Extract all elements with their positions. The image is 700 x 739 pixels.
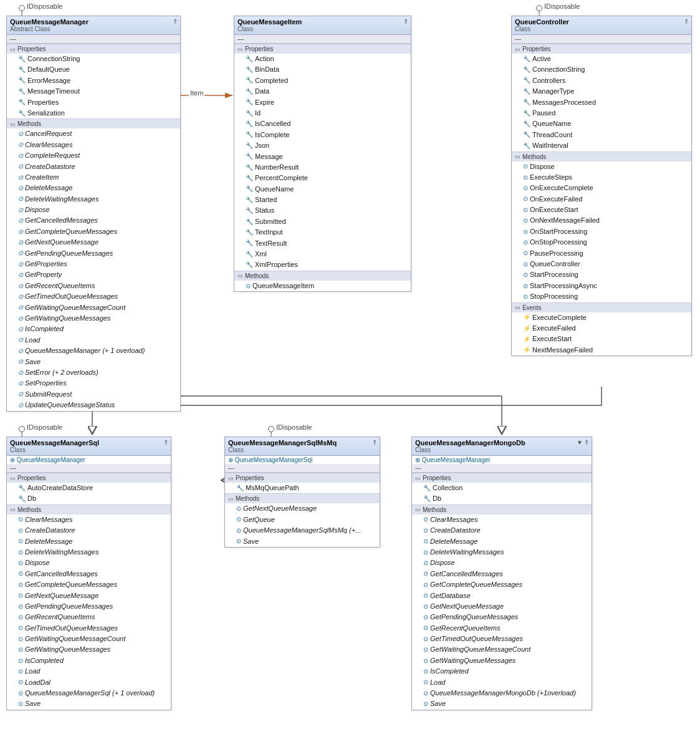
wrench-icon: 🔧 [246,130,253,139]
qmm-method-12: ⊙GetPendingQueueMessages [7,248,180,259]
qmmmongodb-m4: ⊙DeleteWaitingMessages [412,547,592,558]
qmmsql-methods-collapse: ▭ [10,506,16,513]
circle-icon: ⊙ [18,228,23,236]
qmmsql-m13: ⊙GetWaitingQueueMessages [7,644,171,655]
qmmsqlmsmq-m2: ⊙GetQueue [225,514,380,525]
wrench-icon: 🔧 [246,239,253,248]
qmi-expand-icon[interactable]: ⇑ [403,18,408,25]
wrench-icon: 🔧 [423,484,431,493]
wrench-icon: 🔧 [18,65,26,74]
qmmmongodb-methods-header[interactable]: ▭ Methods [412,505,592,514]
wrench-icon: 🔧 [18,109,26,118]
qmmmongodb-methods-collapse: ▭ [415,506,421,513]
qmi-properties-header[interactable]: ▭ Properties [234,44,411,54]
circle-icon: ⊙ [423,559,428,568]
qc-expand-icon[interactable]: ⇑ [684,18,689,25]
qmm-props-label: Properties [17,46,46,52]
qmm-prop-3: 🔧ErrorMessage [7,75,180,86]
wrench-icon: 🔧 [246,142,253,150]
qmm-method-5: ⊙CreateItem [7,172,180,183]
qmmmongodb-properties-header[interactable]: ▭ Properties [412,473,592,483]
qmmsql-m14: ⊙IsCompleted [7,655,171,666]
qmmmongodb-prop-db: 🔧Db [412,493,592,504]
qc-event-executestart: ⚡ExecuteStart [512,334,691,344]
qmi-prop-textinput: 🔧TextInput [234,227,411,238]
qmmsql-m3: ⊙DeleteMessage [7,536,171,547]
wrench-icon: 🔧 [523,98,530,107]
qc-methods-header[interactable]: ▭ Methods [512,152,691,162]
idisposable-label-4: IDisposable [276,423,312,431]
qmmsql-header-icons: ⇑ [163,439,168,446]
qmmsql-subheader: — [7,464,171,473]
qmi-prop-data: 🔧Data [234,86,411,97]
qmmmongodb-props-collapse: ▭ [415,475,421,481]
idisposable-circle-3 [19,426,25,432]
circle-icon: ⊙ [236,515,241,524]
wrench-icon: 🔧 [523,142,530,150]
qmmmongodb-expand-icon[interactable]: ⇑ [584,439,589,446]
qmmmongodb-m14: ⊙GetWaitingQueueMessages [412,655,592,666]
qmm-header-icons: ⇑ [173,18,178,25]
qmmsql-expand-icon[interactable]: ⇑ [163,439,168,446]
circle-icon: ⊙ [18,645,23,654]
qmmsql-m15: ⊙Load [7,666,171,677]
wrench-icon: 🔧 [246,228,253,237]
qmi-prop-xml: 🔧Xml [234,249,411,259]
qc-properties-header[interactable]: ▭ Properties [512,44,691,54]
qc-methods-label: Methods [522,153,546,160]
class-queuemessagemanager: QueueMessageManager Abstract Class ⇑ — ▭… [6,16,181,412]
qmm-method-10: ⊙GetCompleteQueueMessages [7,226,180,237]
qmi-prop-action: 🔧Action [234,54,411,64]
qmmsql-methods-header[interactable]: ▭ Methods [7,505,171,514]
qmmmongodb-header: QueueMessageManagerMongoDb Class ▼ ⇑ [412,437,592,456]
qmi-methods-header[interactable]: ▭ Methods [234,271,411,281]
qc-event-executecomplete: ⚡ExecuteComplete [512,312,691,323]
qmmsql-m9: ⊙GetPendingQueueMessages [7,601,171,612]
qmmsql-properties-header[interactable]: ▭ Properties [7,473,171,483]
qmmmongodb-filter-icon[interactable]: ▼ [577,439,583,446]
circle-icon: ⊙ [18,657,23,665]
qmmmongodb-props-label: Properties [423,475,451,481]
qmmsqlmsmq-expand-icon[interactable]: ⇑ [372,439,377,446]
qmm-subheader: — [7,35,180,44]
qmmsql-header: QueueMessageManagerSql Class ⇑ [7,437,171,456]
qmm-expand-icon[interactable]: ⇑ [173,18,178,25]
circle-icon: ⊙ [18,238,23,247]
qc-method-stopproc: ⊙StopProcessing [512,291,691,302]
wrench-icon: 🔧 [18,87,26,96]
circle-icon: ⊙ [18,379,23,388]
qmm-method-9: ⊙GetCancelledMessages [7,215,180,226]
qmmsql-inherited: ⊕ QueueMessageManager [7,456,171,464]
wrench-icon: 🔧 [523,120,530,128]
idisposable-label-1: IDisposable [27,2,62,10]
qc-prop-waitinterval: 🔧WaitInterval [512,140,691,151]
qmmsql-stereotype: Class [10,447,168,453]
qmi-prop-json: 🔧Json [234,140,411,151]
item-arrow-label: Item [189,89,204,97]
wrench-icon: 🔧 [246,120,253,128]
circle-icon: ⊙ [423,667,428,676]
qmmsql-title: QueueMessageManagerSql [10,439,168,447]
qmmsqlmsmq-methods-header[interactable]: ▭ Methods [225,493,380,503]
circle-icon: ⊙ [523,173,528,182]
circle-icon: ⊙ [18,303,23,312]
circle-icon: ⊙ [423,515,428,524]
circle-icon: ⊙ [18,559,23,568]
circle-icon: ⊙ [523,228,528,236]
wrench-icon: 🔧 [246,174,253,183]
qc-prop-managertype: 🔧ManagerType [512,86,691,97]
qmm-prop-5: 🔧Properties [7,97,180,108]
qmm-methods-header[interactable]: ▭ Methods [7,118,180,128]
circle-icon: ⊙ [18,526,23,535]
qmmsqlmsmq-properties-header[interactable]: ▭ Properties [225,473,380,483]
qmmmongodb-stereotype: Class [415,447,588,453]
wrench-icon: 🔧 [246,98,253,107]
idisposable-label-2: IDisposable [544,2,580,10]
qc-method-queuectrl: ⊙QueueController [512,259,691,269]
circle-icon: ⊙ [18,602,23,611]
qmmmongodb-m9: ⊙GetNextQueueMessage [412,601,592,612]
qmm-method-24: ⊙SetProperties [7,378,180,389]
qc-events-header[interactable]: ▭ Events [512,302,691,312]
qmm-properties-header[interactable]: ▭ Properties [7,44,180,54]
qmi-method-1: ⊙QueueMessageItem [234,281,411,291]
